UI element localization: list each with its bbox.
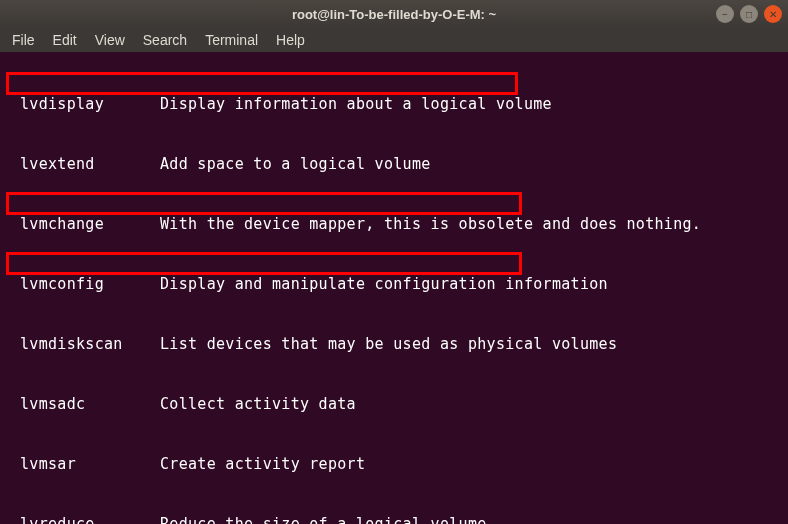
output-row: lvmconfigDisplay and manipulate configur… [6,274,782,294]
menu-edit[interactable]: Edit [45,30,85,50]
command-desc: Collect activity data [160,394,356,414]
terminal-output[interactable]: lvdisplayDisplay information about a log… [0,52,788,524]
command-name: lvmsadc [6,394,160,414]
command-desc: Add space to a logical volume [160,154,431,174]
menu-view[interactable]: View [87,30,133,50]
highlight-lvreduce [6,192,522,215]
highlight-lvextend [6,72,518,95]
output-row: lvreduceReduce the size of a logical vol… [6,514,782,524]
output-row: lvextendAdd space to a logical volume [6,154,782,174]
command-desc: List devices that may be used as physica… [160,334,617,354]
command-name: lvmchange [6,214,160,234]
menubar: File Edit View Search Terminal Help [0,28,788,52]
output-row: lvdisplayDisplay information about a log… [6,94,782,114]
highlight-lvresize [6,252,522,275]
command-desc: Reduce the size of a logical volume [160,514,487,524]
menu-terminal[interactable]: Terminal [197,30,266,50]
command-name: lvdisplay [6,94,160,114]
output-row: lvmdiskscanList devices that may be used… [6,334,782,354]
menu-search[interactable]: Search [135,30,195,50]
titlebar: root@lin-To-be-filled-by-O-E-M: ~ − □ ✕ [0,0,788,28]
maximize-button[interactable]: □ [740,5,758,23]
command-desc: Create activity report [160,454,365,474]
window-title: root@lin-To-be-filled-by-O-E-M: ~ [292,7,496,22]
output-row: lvmsadcCollect activity data [6,394,782,414]
command-name: lvextend [6,154,160,174]
command-desc: With the device mapper, this is obsolete… [160,214,701,234]
menu-file[interactable]: File [4,30,43,50]
output-row: lvmchangeWith the device mapper, this is… [6,214,782,234]
command-name: lvmsar [6,454,160,474]
window-controls: − □ ✕ [716,5,782,23]
command-name: lvmconfig [6,274,160,294]
minimize-button[interactable]: − [716,5,734,23]
command-desc: Display information about a logical volu… [160,94,552,114]
command-name: lvmdiskscan [6,334,160,354]
command-name: lvreduce [6,514,160,524]
output-row: lvmsarCreate activity report [6,454,782,474]
command-desc: Display and manipulate configuration inf… [160,274,608,294]
menu-help[interactable]: Help [268,30,313,50]
close-button[interactable]: ✕ [764,5,782,23]
